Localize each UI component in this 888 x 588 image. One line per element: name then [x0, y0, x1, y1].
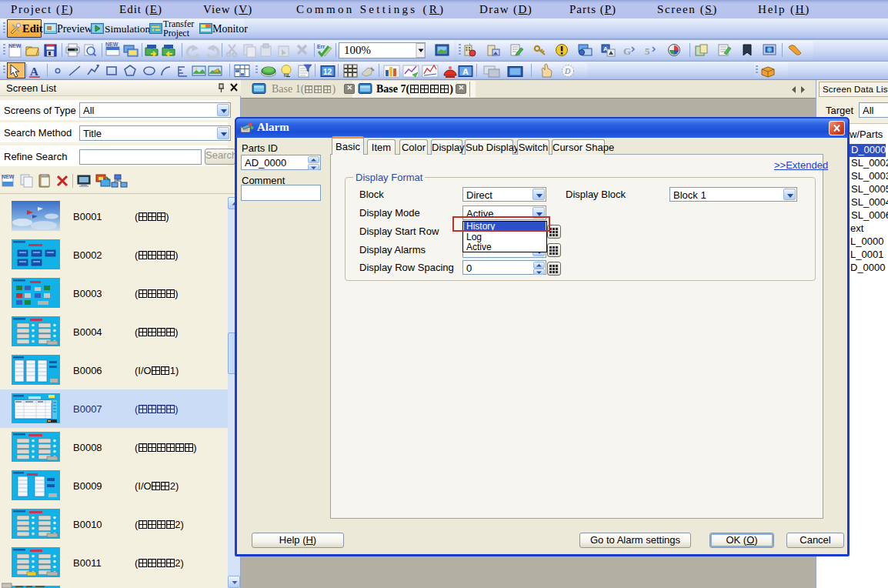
- svg-text:A: A: [30, 65, 38, 78]
- svg-text:100%: 100%: [344, 44, 371, 56]
- svg-text:D: D: [564, 67, 571, 75]
- svg-text:NEW: NEW: [105, 42, 119, 47]
- svg-text:NEW: NEW: [8, 43, 22, 48]
- svg-text:5: 5: [645, 45, 650, 57]
- svg-text:12: 12: [323, 68, 332, 76]
- svg-text:A: A: [462, 67, 469, 76]
- svg-text:Err: Err: [317, 44, 325, 49]
- svg-text:G: G: [623, 45, 631, 57]
